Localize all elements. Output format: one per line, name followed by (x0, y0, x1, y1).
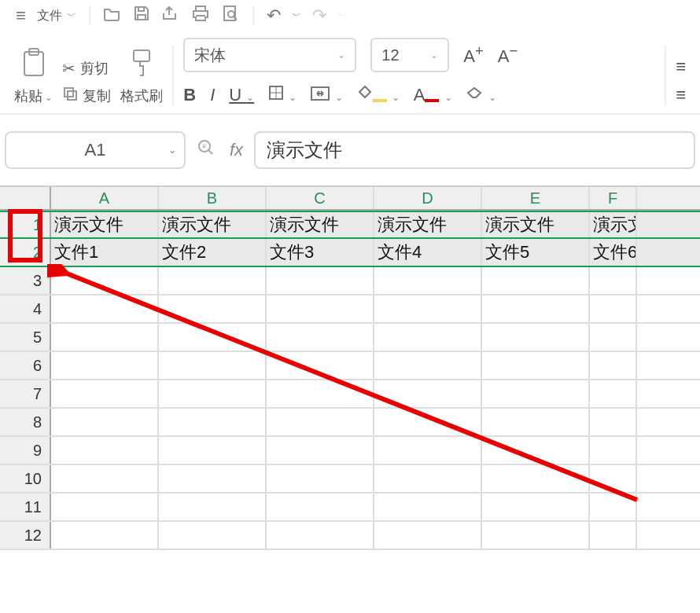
bold-button[interactable]: B (183, 85, 196, 105)
underline-button[interactable]: U ⌄ (229, 85, 254, 105)
redo-dropdown-icon[interactable]: ﹀ (337, 9, 347, 23)
cell[interactable] (374, 437, 482, 464)
column-header[interactable]: E (482, 187, 590, 209)
cell[interactable] (159, 437, 267, 464)
cell[interactable] (267, 352, 374, 379)
cell[interactable] (374, 409, 482, 435)
increase-font-button[interactable]: A+ (463, 42, 483, 67)
cell[interactable] (482, 380, 590, 407)
cell[interactable] (159, 267, 267, 294)
save-icon[interactable] (133, 5, 150, 27)
cell[interactable] (159, 409, 267, 435)
cell[interactable] (159, 494, 267, 520)
paste-button[interactable]: 粘贴 ⌄ (14, 86, 53, 105)
column-header[interactable]: D (374, 187, 482, 209)
cell[interactable] (482, 267, 590, 294)
borders-button[interactable]: ⌄ (268, 85, 297, 105)
cell[interactable] (374, 465, 482, 492)
format-painter-button[interactable]: 格式刷 (120, 86, 163, 105)
row-header[interactable]: 11 (0, 494, 51, 520)
cell[interactable] (51, 409, 159, 435)
spreadsheet-grid[interactable]: A B C D E F 1 演示文件 演示文件 演示文件 演示文件 演示文件 演… (0, 185, 700, 550)
cut-button[interactable]: ✂ 剪切 (62, 59, 111, 78)
cell[interactable]: 文件4 (374, 239, 482, 266)
cell[interactable] (482, 465, 590, 492)
cell[interactable] (267, 295, 374, 322)
row-header[interactable]: 4 (0, 295, 51, 322)
font-size-select[interactable]: 12 ⌄ (370, 38, 449, 72)
cell[interactable] (159, 465, 267, 492)
cell[interactable] (159, 324, 267, 351)
align-left-button[interactable]: ≡ (676, 85, 686, 105)
redo-icon[interactable]: ↷ (312, 6, 326, 26)
cell[interactable] (482, 437, 590, 464)
format-painter-icon[interactable] (127, 47, 156, 85)
row-header[interactable]: 6 (0, 352, 51, 379)
merge-cells-button[interactable]: ⌄ (311, 85, 342, 105)
row-header[interactable]: 10 (0, 465, 51, 492)
cell[interactable]: 文件2 (159, 239, 267, 266)
cell[interactable] (590, 465, 637, 492)
cell[interactable] (482, 324, 590, 351)
cell[interactable] (51, 494, 159, 520)
folder-open-icon[interactable] (103, 5, 122, 27)
font-family-select[interactable]: 宋体 ⌄ (183, 38, 356, 72)
cell[interactable] (159, 295, 267, 322)
cell[interactable] (267, 465, 374, 492)
cell[interactable]: 演示文件 (159, 212, 267, 237)
cell[interactable] (590, 295, 637, 322)
cell[interactable] (482, 409, 590, 435)
copy-button[interactable]: 复制 (62, 86, 111, 105)
cell[interactable] (51, 324, 159, 351)
cell[interactable] (267, 267, 374, 294)
fill-color-button[interactable]: ⌄ (357, 85, 400, 105)
cell[interactable] (51, 267, 159, 294)
cell[interactable] (590, 437, 637, 464)
zoom-icon[interactable]: ¥ (197, 138, 216, 162)
cell[interactable] (267, 380, 374, 407)
cell[interactable]: 文件3 (267, 239, 374, 266)
cell[interactable] (267, 409, 374, 435)
decrease-font-button[interactable]: A− (498, 42, 518, 67)
select-all-corner[interactable] (0, 187, 51, 209)
cell[interactable] (482, 295, 590, 322)
cell[interactable] (482, 352, 590, 379)
row-header[interactable]: 7 (0, 380, 51, 407)
eraser-button[interactable]: ⌄ (466, 85, 496, 105)
cell[interactable]: 文件5 (482, 239, 590, 266)
cell[interactable] (590, 380, 637, 407)
cell[interactable] (267, 522, 374, 549)
cell[interactable]: 演示文件 (482, 212, 590, 237)
print-preview-icon[interactable] (221, 5, 240, 27)
cell[interactable]: 演示文件 (51, 212, 159, 237)
cell[interactable] (51, 522, 159, 549)
cell[interactable] (374, 324, 482, 351)
formula-input[interactable]: 演示文件 (254, 131, 695, 169)
undo-icon[interactable]: ↶ (267, 6, 281, 26)
file-menu[interactable]: 文件 ﹀ (37, 8, 76, 24)
cell[interactable] (590, 267, 637, 294)
cell[interactable]: 文件6 (590, 239, 637, 266)
cell[interactable] (590, 409, 637, 435)
cell[interactable] (51, 465, 159, 492)
cell[interactable] (482, 494, 590, 520)
cell[interactable] (374, 267, 482, 294)
cell[interactable] (590, 352, 637, 379)
cell[interactable] (159, 522, 267, 549)
cell[interactable] (590, 522, 637, 549)
print-icon[interactable] (191, 5, 210, 27)
cell[interactable] (267, 437, 374, 464)
cell[interactable]: 演示文件 (267, 212, 374, 237)
cell[interactable]: 演示文件 (374, 212, 482, 237)
cell[interactable] (267, 494, 374, 520)
cell[interactable] (159, 380, 267, 407)
row-header[interactable]: 9 (0, 437, 51, 464)
font-color-button[interactable]: A ⌄ (414, 85, 452, 105)
cell[interactable] (374, 380, 482, 407)
cell[interactable] (482, 522, 590, 549)
cell[interactable] (51, 437, 159, 464)
italic-button[interactable]: I (210, 85, 215, 105)
cell[interactable] (51, 352, 159, 379)
menu-icon[interactable]: ≡ (16, 6, 26, 26)
cell[interactable] (590, 494, 637, 520)
